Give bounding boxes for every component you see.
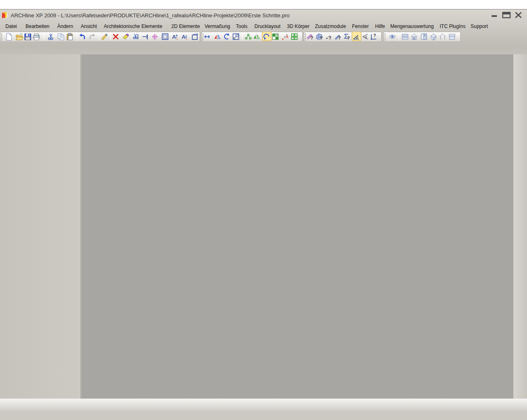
svg-text:?: ? [373, 33, 376, 38]
svg-text:?: ? [338, 35, 341, 40]
svg-text:?: ? [347, 35, 350, 40]
svg-text:?: ? [310, 35, 313, 40]
svg-text:A: A [172, 34, 176, 40]
svg-text:?: ? [329, 35, 331, 40]
svg-text:α: α [356, 35, 358, 39]
svg-text:?: ? [320, 35, 323, 40]
svg-text:α: α [365, 35, 367, 39]
svg-text:A: A [182, 34, 186, 40]
